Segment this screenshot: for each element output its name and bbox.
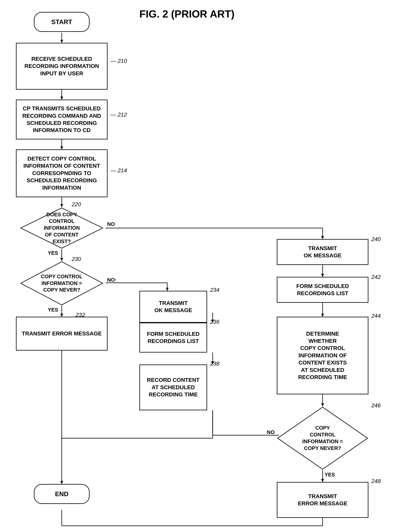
no-label-246: NO bbox=[267, 429, 275, 435]
ref-232: 232 bbox=[76, 312, 85, 318]
node-232: TRANSMIT ERROR MESSAGE bbox=[16, 317, 108, 351]
svg-marker-36 bbox=[321, 479, 324, 482]
ref-244: 244 bbox=[371, 313, 381, 319]
node-230: COPY CONTROL INFORMATION = COPY NEVER? bbox=[20, 261, 104, 306]
svg-marker-7 bbox=[60, 204, 63, 207]
svg-marker-32 bbox=[321, 403, 324, 406]
start-node: START bbox=[34, 12, 90, 32]
svg-marker-28 bbox=[321, 274, 324, 277]
ref-230: 230 bbox=[72, 256, 81, 262]
svg-marker-12 bbox=[321, 236, 324, 239]
node-244: DETERMINE WHETHER COPY CONTROL INFORMATI… bbox=[277, 317, 368, 394]
no-label-230: NO· bbox=[107, 277, 116, 283]
node-240: TRANSMIT OK MESSAGE bbox=[277, 239, 368, 265]
ref-210: — 210 bbox=[111, 58, 127, 64]
yes-label-246: YES bbox=[325, 472, 335, 478]
no-label-220: NO bbox=[107, 221, 115, 227]
ref-212: — 212 bbox=[111, 112, 127, 118]
svg-marker-9 bbox=[60, 258, 63, 261]
node-246: COPY CONTROL INFORMATION = COPY NEVER? bbox=[277, 406, 368, 470]
svg-marker-17 bbox=[166, 288, 169, 291]
ref-240: 240 bbox=[371, 236, 381, 242]
node-242: FORM SCHEDULED RECORDINGS LIST bbox=[277, 277, 368, 303]
svg-marker-25 bbox=[60, 481, 63, 484]
yes-label-230: YES bbox=[48, 307, 58, 313]
ref-236: 236 bbox=[210, 319, 219, 325]
svg-marker-3 bbox=[60, 97, 63, 100]
ref-242: 242 bbox=[371, 274, 381, 280]
svg-marker-30 bbox=[321, 314, 324, 317]
ref-238: 238 bbox=[210, 361, 219, 367]
node-236: FORM SCHEDULED RECORDINGS LIST bbox=[139, 323, 207, 352]
ref-214: — 214 bbox=[111, 167, 127, 174]
node-248: TRANSMIT ERROR MESSAGE bbox=[277, 482, 368, 518]
ref-234: 234 bbox=[210, 287, 219, 293]
node-234: TRANSMIT OK MESSAGE bbox=[139, 291, 207, 323]
end-node: END bbox=[34, 484, 90, 504]
diagram-container: FIG. 2 (PRIOR ART) bbox=[0, 0, 415, 532]
node-238: RECORD CONTENT AT SCHEDULED RECORDING TI… bbox=[139, 364, 207, 410]
node-220: DOES COPY CONTROL INFORMATION OF CONTENT… bbox=[20, 207, 104, 249]
svg-marker-14 bbox=[60, 314, 63, 317]
node-210: RECEIVE SCHEDULED RECORDING INFORMATION … bbox=[16, 43, 108, 90]
yes-label-220: YES bbox=[48, 250, 58, 256]
node-214: DETECT COPY CONTROL INFORMATION OF CONTE… bbox=[16, 149, 108, 197]
svg-marker-1 bbox=[60, 40, 63, 43]
ref-246: 246 bbox=[371, 402, 381, 409]
node-212: CP TRANSMITS SCHEDULED RECORDING COMMAND… bbox=[16, 100, 108, 139]
svg-marker-5 bbox=[60, 146, 63, 149]
ref-248: 248 bbox=[371, 478, 381, 484]
page-title: FIG. 2 (PRIOR ART) bbox=[139, 8, 235, 20]
ref-220: 220 bbox=[72, 201, 81, 208]
